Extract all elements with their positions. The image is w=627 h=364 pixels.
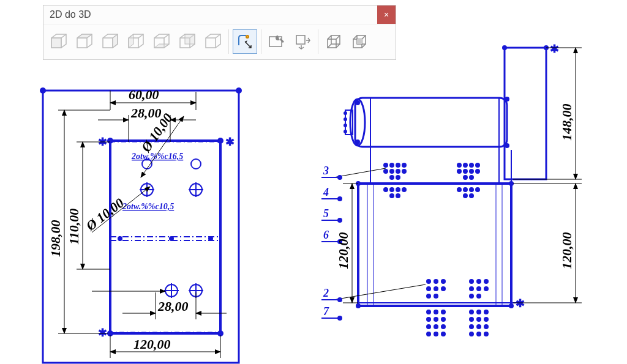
dim-120r: 120,00 xyxy=(513,184,582,303)
svg-text:✱: ✱ xyxy=(516,297,525,310)
svg-text:6: 6 xyxy=(323,229,329,241)
view-markers: 3 4 5 6 2 7 xyxy=(321,165,342,321)
right-view-button[interactable] xyxy=(99,30,122,53)
back-view-button[interactable] xyxy=(176,30,199,53)
svg-text:3: 3 xyxy=(323,165,329,177)
dim-60: 60,00 xyxy=(110,87,196,110)
svg-point-107 xyxy=(383,169,388,174)
svg-point-116 xyxy=(475,169,480,174)
svg-point-23 xyxy=(190,184,202,196)
svg-point-102 xyxy=(402,163,407,168)
top-view-button[interactable] xyxy=(73,30,96,53)
svg-point-108 xyxy=(389,175,394,180)
svg-point-109 xyxy=(396,175,400,180)
extrude-button[interactable] xyxy=(322,30,345,53)
svg-point-158 xyxy=(434,332,438,336)
svg-point-22 xyxy=(141,184,153,196)
svg-text:✱: ✱ xyxy=(98,136,107,148)
svg-point-181 xyxy=(337,218,342,223)
svg-point-175 xyxy=(337,175,342,180)
svg-point-136 xyxy=(434,286,438,291)
svg-point-101 xyxy=(396,163,400,168)
svg-rect-1 xyxy=(185,34,195,44)
svg-rect-3 xyxy=(269,37,282,46)
svg-point-87 xyxy=(344,130,347,133)
toolbar-buttons xyxy=(43,24,396,59)
svg-point-150 xyxy=(441,310,446,314)
svg-text:198,00: 198,00 xyxy=(48,220,63,258)
note-2: 2otw.%%c10,5 xyxy=(122,202,174,211)
svg-point-135 xyxy=(426,286,431,291)
svg-text:148,00: 148,00 xyxy=(559,104,574,141)
svg-point-31 xyxy=(165,284,178,297)
svg-point-127 xyxy=(469,187,474,192)
svg-point-28 xyxy=(170,237,173,240)
align-sketch-button[interactable] xyxy=(291,30,314,53)
svg-point-12 xyxy=(40,87,46,94)
window-title: 2D do 3D xyxy=(50,9,91,20)
svg-text:Ø 10,00: Ø 10,00 xyxy=(83,195,127,234)
svg-point-141 xyxy=(476,279,481,284)
svg-point-134 xyxy=(441,279,446,284)
svg-point-168 xyxy=(484,324,489,329)
svg-point-131 xyxy=(469,193,474,198)
svg-point-85 xyxy=(344,117,347,121)
dim-110: 110,00 xyxy=(66,142,110,269)
svg-point-156 xyxy=(441,324,446,329)
svg-point-130 xyxy=(463,193,468,198)
svg-point-110 xyxy=(463,163,468,168)
svg-text:Ø 10,00: Ø 10,00 xyxy=(138,110,176,155)
svg-point-132 xyxy=(426,279,431,284)
svg-point-20 xyxy=(142,159,152,169)
bottom-view-button[interactable] xyxy=(150,30,173,53)
svg-point-170 xyxy=(476,332,481,336)
dim-198: 198,00 xyxy=(48,110,110,333)
close-button[interactable]: × xyxy=(377,6,396,24)
svg-point-157 xyxy=(426,332,431,336)
svg-point-38 xyxy=(208,236,213,241)
svg-point-105 xyxy=(396,169,400,174)
svg-point-115 xyxy=(469,169,474,174)
svg-point-187 xyxy=(337,297,342,302)
svg-point-133 xyxy=(434,279,438,284)
aux-view-button[interactable] xyxy=(201,30,225,53)
svg-point-124 xyxy=(389,193,394,198)
svg-point-2 xyxy=(246,35,249,38)
svg-point-129 xyxy=(457,187,462,192)
dim-148: 148,00 xyxy=(513,48,582,179)
svg-text:120,00: 120,00 xyxy=(559,232,574,270)
svg-point-153 xyxy=(441,317,446,322)
cut-button[interactable] xyxy=(348,30,371,53)
repair-sketch-button[interactable] xyxy=(265,30,288,53)
svg-point-137 xyxy=(441,286,446,291)
front-view-button[interactable] xyxy=(47,30,70,53)
svg-point-140 xyxy=(469,279,474,284)
dim-120: 120,00 xyxy=(110,335,220,358)
svg-rect-88 xyxy=(358,184,511,306)
svg-rect-9 xyxy=(357,39,362,44)
left-view-button[interactable] xyxy=(124,30,148,53)
svg-rect-0 xyxy=(51,38,61,48)
svg-point-123 xyxy=(383,187,388,192)
svg-point-82 xyxy=(505,143,509,148)
svg-point-125 xyxy=(396,193,400,198)
svg-line-71 xyxy=(141,116,184,177)
svg-text:✱: ✱ xyxy=(98,327,107,339)
svg-point-13 xyxy=(236,87,242,94)
svg-point-106 xyxy=(402,169,407,174)
svg-rect-14 xyxy=(110,141,220,333)
sketch-from-selection-button[interactable] xyxy=(233,29,257,54)
svg-text:✱: ✱ xyxy=(225,136,235,148)
svg-point-81 xyxy=(505,97,509,102)
svg-point-117 xyxy=(457,169,462,174)
svg-point-151 xyxy=(426,317,431,322)
svg-point-171 xyxy=(484,332,489,336)
svg-point-34 xyxy=(190,284,202,297)
svg-point-80 xyxy=(355,139,360,144)
svg-point-91 xyxy=(356,181,361,186)
svg-point-121 xyxy=(396,187,400,192)
titlebar[interactable]: 2D do 3D × xyxy=(43,6,396,24)
svg-point-79 xyxy=(355,100,360,105)
svg-rect-4 xyxy=(296,35,305,44)
svg-point-128 xyxy=(475,187,480,192)
